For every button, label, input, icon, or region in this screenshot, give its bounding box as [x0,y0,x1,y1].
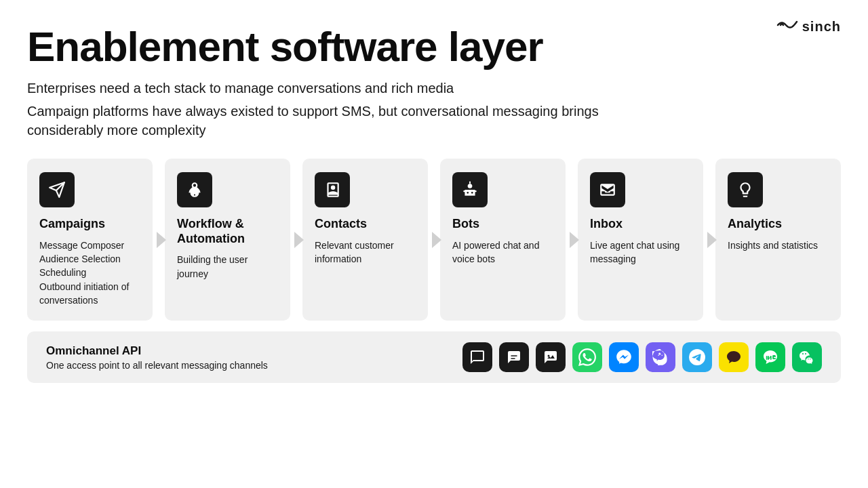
logo: sinch [776,19,841,35]
connector-5 [706,159,718,321]
card-campaigns: Campaigns Message ComposerAudience Selec… [27,159,153,321]
svg-rect-3 [475,190,477,192]
logo-text-label: sinch [802,19,841,35]
channel-messenger [609,342,639,372]
channel-whatsapp [572,342,602,372]
arrow-3 [432,232,441,248]
card-contacts: Contacts Relevant customer information [302,159,428,321]
workflow-desc: Building the user journey [177,253,278,281]
bottom-bar: Omnichannel API One access point to all … [27,331,841,383]
page: sinch Enablement software layer Enterpri… [0,0,868,488]
channel-viber [646,342,675,372]
cards-row: Campaigns Message ComposerAudience Selec… [27,159,841,321]
svg-point-5 [471,192,473,194]
contacts-desc: Relevant customer information [315,239,416,266]
channel-kakaotalk [719,342,749,372]
inbox-desc: Live agent chat using messaging [590,239,691,266]
bottom-bar-left: Omnichannel API One access point to all … [46,344,268,371]
inbox-title: Inbox [590,217,691,232]
analytics-icon [728,172,763,207]
connector-1 [155,159,167,321]
analytics-desc: Insights and statistics [728,239,829,252]
arrow-5 [707,232,717,248]
card-workflow: Workflow & Automation Building the user … [165,159,290,321]
channel-wechat [792,342,822,372]
workflow-title: Workflow & Automation [177,217,278,246]
contacts-icon [315,172,350,207]
connector-2 [293,159,305,321]
svg-rect-1 [468,185,473,188]
campaigns-desc: Message ComposerAudience SelectionSchedu… [39,239,140,307]
bots-title: Bots [452,217,553,232]
description: Campaign platforms have always existed t… [27,102,610,140]
bottom-bar-desc: One access point to all relevant messagi… [46,360,268,371]
subtitle: Enterprises need a tech stack to manage … [27,81,841,96]
channel-mms [536,342,566,372]
logo-icon [776,19,798,35]
workflow-icon [177,172,212,207]
campaigns-title: Campaigns [39,217,140,232]
connector-4 [568,159,580,321]
svg-point-4 [467,192,469,194]
campaigns-icon [39,172,75,207]
contacts-title: Contacts [315,217,416,232]
card-inbox: Inbox Live agent chat using messaging [578,159,703,321]
channel-line [755,342,785,372]
card-bots: Bots AI powered chat and voice bots [440,159,566,321]
channel-rcs [499,342,529,372]
svg-rect-2 [463,190,465,192]
connector-3 [431,159,443,321]
channel-sms [462,342,492,372]
analytics-title: Analytics [728,217,829,232]
bots-desc: AI powered chat and voice bots [452,239,553,266]
bottom-bar-title: Omnichannel API [46,344,268,358]
channel-icons [462,342,822,372]
card-analytics: Analytics Insights and statistics [715,159,841,321]
svg-point-7 [469,182,471,183]
arrow-1 [157,232,166,248]
inbox-icon [590,172,625,207]
page-title: Enablement software layer [27,24,841,68]
arrow-2 [294,232,304,248]
arrow-4 [570,232,579,248]
bots-icon [452,172,488,207]
channel-telegram [682,342,712,372]
